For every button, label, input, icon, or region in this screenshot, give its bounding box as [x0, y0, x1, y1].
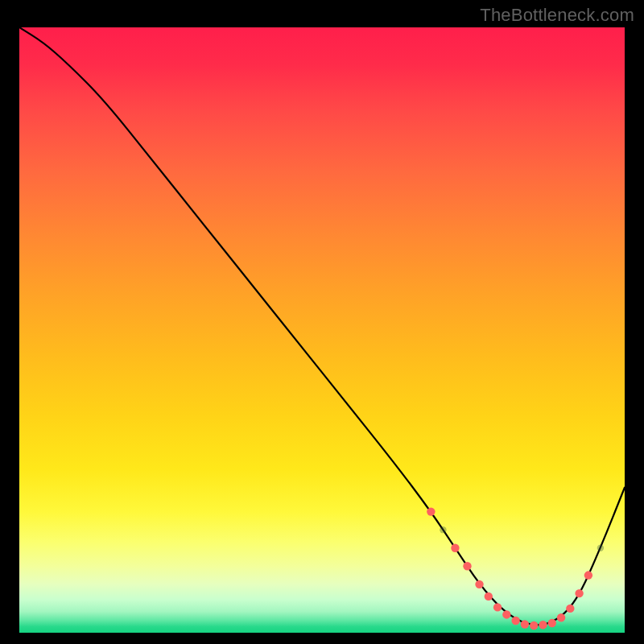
curve-marker — [511, 617, 519, 625]
curve-marker — [548, 619, 556, 627]
curve-marker — [584, 571, 592, 579]
attribution-label: TheBottleneck.com — [480, 5, 634, 26]
curve-marker — [427, 507, 435, 515]
curve-marker — [440, 526, 446, 533]
curve-marker — [502, 610, 510, 618]
curve-marker — [475, 580, 483, 588]
curve-marker — [557, 613, 565, 621]
curve-marker — [530, 621, 538, 630]
curve-marker — [463, 562, 471, 570]
curve-marker — [597, 545, 604, 551]
curve-marker — [521, 620, 529, 628]
chart-stage: TheBottleneck.com — [0, 0, 644, 644]
curve-marker — [539, 621, 547, 629]
curve-marker — [566, 605, 574, 613]
curve-marker — [493, 603, 502, 611]
curve-marker — [575, 589, 583, 597]
bottleneck-curve — [19, 27, 625, 625]
plot-area — [19, 27, 625, 633]
curve-marker — [451, 544, 459, 552]
curve-svg — [19, 27, 625, 633]
curve-marker — [485, 592, 493, 601]
curve-markers — [427, 507, 604, 630]
